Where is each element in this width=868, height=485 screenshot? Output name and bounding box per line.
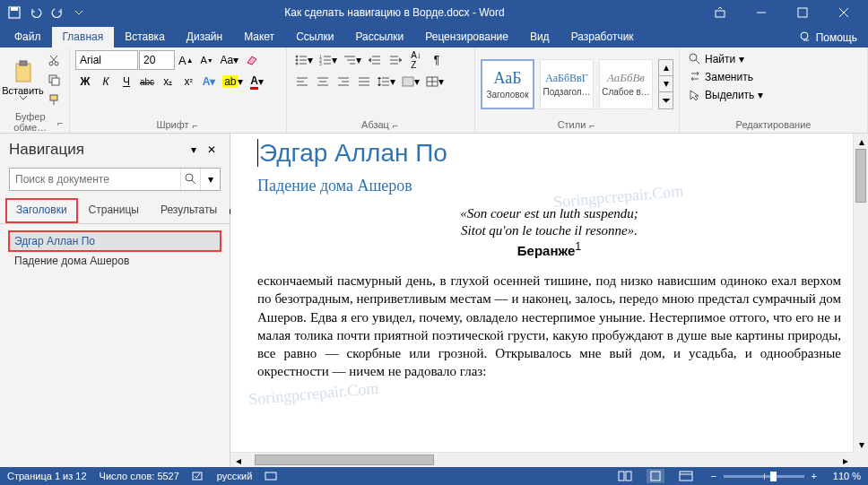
grow-font-icon[interactable]: A▲ (176, 50, 196, 70)
style-expand-icon[interactable]: ⏷ (659, 92, 673, 108)
italic-button[interactable]: К (96, 72, 116, 91)
underline-button[interactable]: Ч (117, 72, 136, 91)
styles-launcher-icon[interactable]: ⌐ (587, 120, 596, 129)
zoom-out-icon[interactable]: − (707, 471, 720, 481)
maximize-icon[interactable] (782, 0, 823, 25)
style-scroll-down-icon[interactable]: ▾ (659, 76, 673, 92)
line-spacing-icon[interactable]: ▾ (375, 72, 398, 91)
style-subtitle[interactable]: АаБбВвГ Подзагол… (540, 59, 594, 109)
doc-quote-line1[interactable]: «Son coeur est un luth suspendu; (257, 206, 841, 221)
status-language[interactable]: русский (217, 471, 252, 481)
strike-button[interactable]: abc (137, 72, 157, 91)
multilevel-icon[interactable]: ▾ (341, 50, 364, 70)
justify-icon[interactable] (354, 72, 374, 91)
superscript-icon[interactable]: x² (178, 72, 198, 91)
doc-heading2[interactable]: Падение дома Ашеров (257, 177, 841, 195)
cut-icon[interactable] (44, 50, 64, 70)
replace-button[interactable]: Заменить (685, 68, 767, 86)
tab-developer[interactable]: Разработчик (560, 27, 645, 48)
font-name-input[interactable] (75, 50, 138, 70)
doc-quote-line2[interactable]: Sitot qu'on le touche il resonne». (257, 223, 841, 238)
paragraph-launcher-icon[interactable]: ⌐ (391, 120, 400, 129)
status-macros-icon[interactable] (265, 471, 277, 481)
tab-design[interactable]: Дизайн (176, 27, 233, 48)
align-right-icon[interactable] (334, 72, 353, 91)
zoom-level[interactable]: 110 % (833, 471, 861, 481)
tab-review[interactable]: Рецензирование (414, 27, 519, 48)
nav-search-input[interactable] (10, 169, 180, 190)
clear-format-icon[interactable] (242, 50, 262, 70)
highlight-icon[interactable]: ab▾ (220, 72, 246, 91)
subscript-icon[interactable]: x₂ (158, 72, 178, 91)
tab-mailings[interactable]: Рассылки (344, 27, 414, 48)
decrease-indent-icon[interactable] (365, 50, 385, 70)
hscroll-thumb[interactable] (255, 455, 434, 465)
text-effects-icon[interactable]: A▾ (199, 72, 219, 91)
increase-indent-icon[interactable] (386, 50, 405, 70)
show-marks-icon[interactable]: ¶ (427, 50, 447, 70)
style-weak[interactable]: АаБбВв Слабое в… (599, 59, 653, 109)
zoom-slider[interactable] (724, 475, 804, 478)
minimize-icon[interactable] (741, 0, 782, 25)
align-left-icon[interactable] (292, 72, 312, 91)
borders-icon[interactable]: ▾ (423, 72, 447, 91)
copy-icon[interactable] (44, 70, 64, 90)
vscroll-up-icon[interactable]: ▴ (854, 134, 868, 149)
tell-me[interactable]: Помощь (793, 28, 864, 48)
qat-more-icon[interactable] (68, 2, 90, 23)
view-read-icon[interactable] (616, 469, 634, 483)
shrink-font-icon[interactable]: A▼ (197, 50, 217, 70)
hscroll-left-icon[interactable]: ◂ (230, 453, 246, 467)
navtab-headings[interactable]: Заголовки (5, 198, 78, 223)
zoom-handle[interactable] (770, 472, 777, 481)
tab-layout[interactable]: Макет (233, 27, 285, 48)
redo-icon[interactable] (47, 2, 68, 23)
navpane-menu-icon[interactable]: ▾ (185, 141, 203, 159)
font-launcher-icon[interactable]: ⌐ (191, 120, 200, 129)
style-heading1[interactable]: АаБ Заголовок (481, 59, 534, 109)
save-icon[interactable] (4, 2, 25, 23)
tab-references[interactable]: Ссылки (285, 27, 344, 48)
view-web-icon[interactable] (677, 469, 695, 483)
align-center-icon[interactable] (313, 72, 333, 91)
find-button[interactable]: Найти ▾ (685, 50, 767, 68)
style-scroll-up-icon[interactable]: ▴ (659, 60, 673, 76)
tab-home[interactable]: Главная (52, 27, 115, 48)
tab-file[interactable]: Файл (4, 27, 52, 48)
ribbon-options-icon[interactable] (699, 0, 741, 25)
doc-heading1[interactable]: Эдгар Аллан По (257, 139, 841, 168)
font-size-input[interactable] (139, 50, 175, 70)
numbering-icon[interactable]: 123▾ (317, 50, 340, 70)
select-button[interactable]: Выделить ▾ (685, 86, 767, 104)
zoom-in-icon[interactable]: + (808, 471, 820, 481)
view-print-icon[interactable] (647, 469, 664, 483)
status-wordcount[interactable]: Число слов: 5527 (100, 471, 179, 481)
vscroll-thumb[interactable] (855, 149, 866, 203)
clipboard-launcher-icon[interactable]: ⌐ (56, 117, 64, 126)
navpane-close-icon[interactable]: ✕ (203, 141, 221, 159)
bullets-icon[interactable]: ▾ (292, 50, 316, 70)
hscroll-right-icon[interactable]: ▸ (838, 453, 853, 467)
tab-insert[interactable]: Вставка (114, 27, 176, 48)
navtab-results[interactable]: Результаты (150, 198, 228, 223)
undo-icon[interactable] (25, 2, 47, 23)
bold-button[interactable]: Ж (75, 72, 95, 91)
status-page[interactable]: Страница 1 из 12 (7, 471, 87, 481)
status-spellcheck-icon[interactable] (192, 471, 204, 481)
change-case-icon[interactable]: Aa▾ (218, 50, 242, 70)
doc-body-text[interactable]: ескончаемый пасмурный день, в глухой осе… (257, 272, 841, 381)
doc-attribution[interactable]: Беранже1 (257, 240, 841, 259)
nav-item-h2[interactable]: Падение дома Ашеров (9, 251, 221, 271)
shading-icon[interactable]: ▾ (399, 72, 422, 91)
paste-button[interactable]: Вставить (5, 50, 40, 109)
vscroll-down-icon[interactable]: ▾ (854, 437, 868, 452)
nav-search-dropdown-icon[interactable]: ▾ (200, 169, 220, 190)
format-painter-icon[interactable] (44, 90, 64, 109)
navtab-pages[interactable]: Страницы (78, 198, 150, 223)
nav-search-icon[interactable] (180, 169, 200, 190)
sort-icon[interactable]: A↓Z (406, 50, 426, 70)
close-icon[interactable] (823, 0, 864, 25)
vscroll-track[interactable] (854, 149, 868, 437)
font-color-icon[interactable]: A▾ (247, 72, 266, 91)
hscroll-track[interactable] (246, 453, 838, 467)
